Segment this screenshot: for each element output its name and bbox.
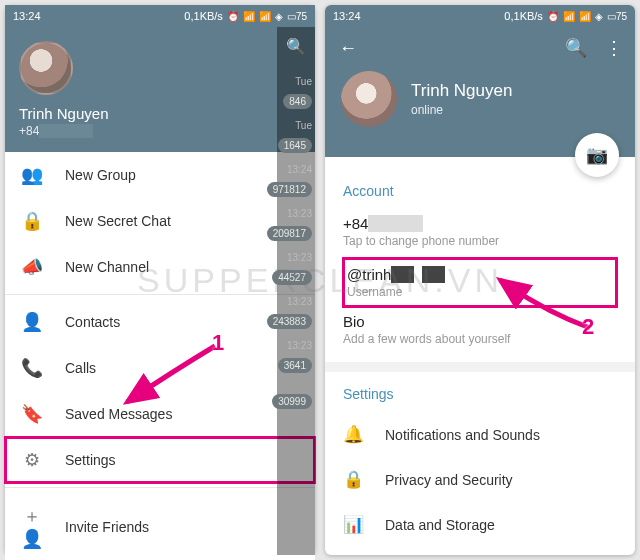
lock-icon: 🔒 xyxy=(343,469,363,490)
unread-badge: 1645 xyxy=(278,138,312,153)
chat-time: 13:23 xyxy=(287,208,312,219)
menu-label: Settings xyxy=(65,452,116,468)
battery-icon: ▭75 xyxy=(607,11,627,22)
chat-time: Tue xyxy=(295,76,312,87)
wifi-icon: ◈ xyxy=(275,11,283,22)
unread-badge: 44527 xyxy=(272,270,312,285)
menu-new-channel[interactable]: 📣 New Channel xyxy=(5,244,315,290)
settings-section: Settings xyxy=(325,372,635,402)
status-time: 13:24 xyxy=(13,10,41,22)
menu-label: Calls xyxy=(65,360,96,376)
settings-chat[interactable]: 💬 Chat Settings xyxy=(325,547,635,555)
section-title: Settings xyxy=(343,386,617,402)
profile-name: Trinh Nguyen xyxy=(411,81,512,101)
unread-badge: 243883 xyxy=(267,314,312,329)
profile-phone: +84xxxxxxxxx xyxy=(19,124,301,138)
back-icon[interactable]: ← xyxy=(339,38,357,59)
settings-privacy[interactable]: 🔒 Privacy and Security xyxy=(325,457,635,502)
settings-label: Data and Storage xyxy=(385,517,495,533)
bell-icon: 🔔 xyxy=(343,424,363,445)
menu-calls[interactable]: 📞 Calls xyxy=(5,345,315,391)
divider xyxy=(5,294,315,295)
phone-settings-screen: 13:24 0,1KB/s ⏰ 📶 📶 ◈ ▭75 ← 🔍 ⋮ xyxy=(325,5,635,555)
settings-notifications[interactable]: 🔔 Notifications and Sounds xyxy=(325,412,635,457)
unread-badge: 971812 xyxy=(267,182,312,197)
phone-sub: Tap to change phone number xyxy=(343,234,617,248)
menu-label: New Channel xyxy=(65,259,149,275)
unread-badge: 846 xyxy=(283,94,312,109)
menu-label: Saved Messages xyxy=(65,406,172,422)
call-icon: 📞 xyxy=(21,357,43,379)
unread-badge: 3641 xyxy=(278,358,312,373)
profile-name: Trinh Nguyen xyxy=(19,105,301,122)
signal-icon: 📶 xyxy=(579,11,591,22)
unread-badge: 209817 xyxy=(267,226,312,241)
settings-label: Privacy and Security xyxy=(385,472,513,488)
bio-label: Bio xyxy=(343,313,617,330)
dimmed-background: 🔍 Tue 846 Tue 1645 13:24 971812 13:23 20… xyxy=(277,27,315,555)
menu-label: Invite Friends xyxy=(65,519,149,535)
signal-icon: 📶 xyxy=(259,11,271,22)
wifi-icon: ◈ xyxy=(595,11,603,22)
battery-icon: ▭75 xyxy=(287,11,307,22)
status-bar: 13:24 0,1KB/s ⏰ 📶 📶 ◈ ▭75 xyxy=(5,5,315,27)
phone-value: +84 xyxy=(343,215,368,232)
status-speed: 0,1KB/s xyxy=(504,10,543,22)
lock-icon: 🔒 xyxy=(21,210,43,232)
gear-icon: ⚙ xyxy=(21,449,43,471)
megaphone-icon: 📣 xyxy=(21,256,43,278)
profile-header: ← 🔍 ⋮ Trinh Nguyen online 📷 xyxy=(325,27,635,157)
status-speed: 0,1KB/s xyxy=(184,10,223,22)
search-icon[interactable]: 🔍 xyxy=(565,37,587,59)
menu-settings[interactable]: ⚙ Settings xyxy=(5,437,315,483)
section-separator xyxy=(325,362,635,372)
status-bar: 13:24 0,1KB/s ⏰ 📶 📶 ◈ ▭75 xyxy=(325,5,635,27)
bio-sub: Add a few words about yourself xyxy=(343,332,617,346)
chat-time: Tue xyxy=(295,120,312,131)
phone-field[interactable]: +84 xx xxx Tap to change phone number xyxy=(343,209,617,258)
account-section: Account +84 xx xxx Tap to change phone n… xyxy=(325,157,635,362)
menu-saved-messages[interactable]: 🔖 Saved Messages xyxy=(5,391,315,437)
unread-badge: 30999 xyxy=(272,394,312,409)
chat-time: 13:23 xyxy=(287,252,312,263)
divider xyxy=(5,487,315,488)
profile-status: online xyxy=(411,103,512,117)
drawer-menu: 👥 New Group 🔒 New Secret Chat 📣 New Chan… xyxy=(5,152,315,560)
menu-invite-friends[interactable]: ＋👤 Invite Friends xyxy=(5,492,315,560)
data-icon: 📊 xyxy=(343,514,363,535)
menu-label: New Group xyxy=(65,167,136,183)
contact-icon: 👤 xyxy=(21,311,43,333)
username-sub: Username xyxy=(347,285,613,299)
invite-icon: ＋👤 xyxy=(21,504,43,550)
menu-label: Contacts xyxy=(65,314,120,330)
bookmark-icon: 🔖 xyxy=(21,403,43,425)
drawer-header: Trinh Nguyen +84xxxxxxxxx xyxy=(5,27,315,152)
more-icon[interactable]: ⋮ xyxy=(605,37,623,59)
avatar[interactable] xyxy=(341,71,397,127)
section-title: Account xyxy=(343,183,617,199)
settings-label: Notifications and Sounds xyxy=(385,427,540,443)
signal-icon: 📶 xyxy=(563,11,575,22)
alarm-icon: ⏰ xyxy=(547,11,559,22)
avatar[interactable] xyxy=(19,41,73,95)
group-icon: 👥 xyxy=(21,164,43,186)
signal-icon: 📶 xyxy=(243,11,255,22)
username-field[interactable]: @trinhxxx xxx Username xyxy=(343,258,617,307)
chat-time: 13:23 xyxy=(287,296,312,307)
search-icon[interactable]: 🔍 xyxy=(277,37,315,56)
chat-time: 13:24 xyxy=(287,164,312,175)
phone-drawer-screen: 13:24 0,1KB/s ⏰ 📶 📶 ◈ ▭75 Trinh Nguyen +… xyxy=(5,5,315,555)
settings-data-storage[interactable]: 📊 Data and Storage xyxy=(325,502,635,547)
status-time: 13:24 xyxy=(333,10,361,22)
bio-field[interactable]: Bio Add a few words about yourself xyxy=(343,307,617,356)
username-value: @trinh xyxy=(347,266,391,283)
menu-label: New Secret Chat xyxy=(65,213,171,229)
chat-time: 13:23 xyxy=(287,340,312,351)
alarm-icon: ⏰ xyxy=(227,11,239,22)
